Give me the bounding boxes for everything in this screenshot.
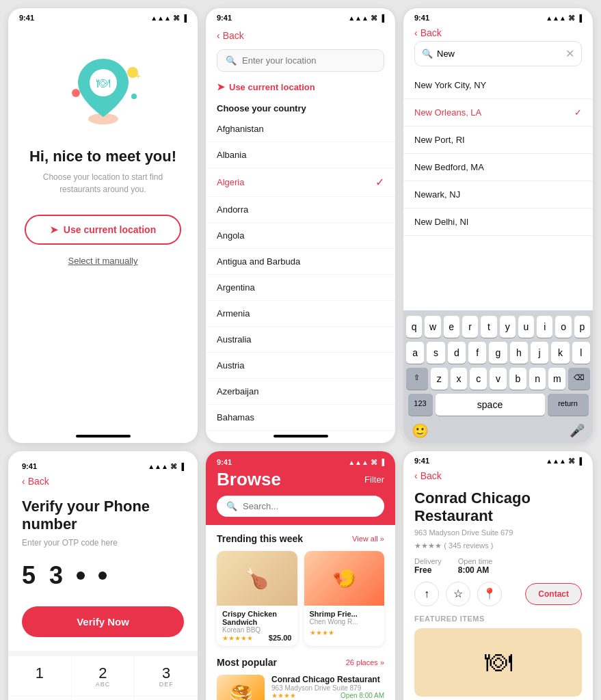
selected-check-icon-3: ✓ bbox=[574, 107, 582, 118]
key-x[interactable]: x bbox=[451, 368, 468, 390]
status-bar-1: 9:41 ▲▲▲ ⌘ ▐ bbox=[8, 8, 198, 25]
verify-now-button[interactable]: Verify Now bbox=[22, 606, 184, 637]
otp-digit-1: 5 bbox=[22, 561, 36, 590]
view-all-popular[interactable]: 26 places » bbox=[346, 658, 384, 667]
back-button-4[interactable]: ‹ Back bbox=[22, 476, 184, 487]
key-k[interactable]: k bbox=[551, 342, 569, 364]
list-item[interactable]: Australia bbox=[206, 327, 395, 353]
key-c[interactable]: c bbox=[470, 368, 487, 390]
reviews-count: ( 345 reviews ) bbox=[444, 541, 493, 550]
bookmark-button[interactable]: ☆ bbox=[446, 582, 470, 606]
key-l[interactable]: l bbox=[572, 342, 590, 364]
country-search-input[interactable] bbox=[242, 55, 375, 66]
list-item[interactable]: Antigua and Barbuda bbox=[206, 249, 395, 275]
popular-footer-1: ★★★★ Open 8:00 AM bbox=[271, 692, 384, 699]
key-shift[interactable]: ⇧ bbox=[406, 368, 428, 390]
key-m[interactable]: m bbox=[548, 368, 565, 390]
key-h[interactable]: h bbox=[510, 342, 528, 364]
key-o[interactable]: o bbox=[555, 316, 571, 338]
key-a[interactable]: a bbox=[406, 342, 424, 364]
list-item[interactable]: Angola bbox=[206, 223, 395, 249]
key-u[interactable]: u bbox=[518, 316, 534, 338]
key-t[interactable]: t bbox=[481, 316, 496, 338]
suggestion-item[interactable]: New Delhi, NI bbox=[403, 208, 593, 236]
share-button[interactable]: ↑ bbox=[414, 582, 439, 606]
list-item[interactable]: Albania bbox=[206, 142, 395, 168]
filter-button[interactable]: Filter bbox=[364, 474, 384, 485]
num-key-6[interactable]: 6MNO bbox=[135, 697, 198, 700]
list-item[interactable]: Armenia bbox=[206, 301, 395, 327]
key-q[interactable]: q bbox=[406, 316, 422, 338]
browse-search-input[interactable] bbox=[243, 501, 375, 511]
key-s[interactable]: s bbox=[427, 342, 444, 364]
card-footer-1: ★★★★★ $25.00 bbox=[222, 634, 292, 642]
trending-card-2[interactable]: 🍤 Shrimp Frie... Chen Wong R... ★★★★ bbox=[304, 551, 385, 646]
search-input-wrap[interactable]: 🔍 ✕ bbox=[414, 41, 582, 66]
popular-item-1[interactable]: 🥞 Conrad Chicago Restaurant 963 Madyson … bbox=[217, 675, 384, 700]
use-location-button[interactable]: ➤ Use current location bbox=[25, 215, 181, 245]
svg-text:+: + bbox=[135, 70, 141, 81]
use-location-2[interactable]: ➤ Use current location bbox=[206, 79, 395, 99]
country-top-bar: ‹ Back bbox=[206, 25, 395, 45]
search-input-3[interactable] bbox=[437, 49, 561, 59]
key-return[interactable]: return bbox=[548, 394, 589, 416]
home-indicator-2 bbox=[273, 435, 328, 438]
keyboard-row-4: 123 space return bbox=[406, 394, 590, 416]
trending-label: Trending this week bbox=[217, 533, 303, 544]
screen-search: 9:41 ▲▲▲ ⌘ ▐ ‹ Back 🔍 ✕ New York City, N… bbox=[403, 8, 593, 443]
list-item[interactable]: Afghanistan bbox=[206, 116, 395, 142]
browse-title-row: Browse Filter bbox=[217, 469, 384, 490]
list-item-selected[interactable]: Algeria ✓ bbox=[206, 168, 395, 197]
mic-icon[interactable]: 🎤 bbox=[570, 423, 585, 438]
key-p[interactable]: p bbox=[574, 316, 590, 338]
key-i[interactable]: i bbox=[537, 316, 552, 338]
view-all-trending[interactable]: View all » bbox=[352, 535, 384, 543]
location-button[interactable]: 📍 bbox=[477, 582, 502, 606]
home-indicator-1 bbox=[76, 435, 131, 438]
signal-icon-2: ▲▲▲ bbox=[348, 14, 369, 22]
key-r[interactable]: r bbox=[462, 316, 478, 338]
key-space[interactable]: space bbox=[436, 394, 545, 416]
suggestion-item[interactable]: New Port, RI bbox=[403, 126, 593, 154]
browse-search-box[interactable]: 🔍 bbox=[217, 496, 384, 517]
num-key-4[interactable]: 4GHI bbox=[8, 697, 71, 700]
select-manually-button[interactable]: Select it manually bbox=[68, 256, 138, 266]
num-key-5[interactable]: 5JKL bbox=[72, 697, 135, 700]
suggestion-item[interactable]: New York City, NY bbox=[403, 72, 593, 99]
back-button-3[interactable]: ‹ Back bbox=[414, 27, 582, 38]
list-item[interactable]: Argentina bbox=[206, 275, 395, 301]
suggestion-item-highlighted[interactable]: New Orleans, LA ✓ bbox=[403, 99, 593, 126]
key-e[interactable]: e bbox=[444, 316, 459, 338]
wifi-icon-6: ⌘ bbox=[568, 457, 575, 465]
trending-card-1[interactable]: 🍗 Crispy Chicken Sandwich Korean BBQ ★★★… bbox=[217, 551, 297, 646]
key-123[interactable]: 123 bbox=[408, 394, 433, 416]
clear-icon[interactable]: ✕ bbox=[565, 47, 574, 60]
list-item[interactable]: Andorra bbox=[206, 197, 395, 223]
country-search-box[interactable]: 🔍 bbox=[217, 49, 384, 72]
back-button-6[interactable]: ‹ Back bbox=[414, 470, 582, 481]
key-j[interactable]: j bbox=[531, 342, 548, 364]
key-f[interactable]: f bbox=[468, 342, 486, 364]
suggestion-item[interactable]: New Bedford, MA bbox=[403, 154, 593, 181]
key-g[interactable]: g bbox=[489, 342, 507, 364]
emoji-icon[interactable]: 🙂 bbox=[412, 422, 429, 439]
key-v[interactable]: v bbox=[490, 368, 507, 390]
keyboard-row-3: ⇧ z x c v b n m ⌫ bbox=[406, 368, 590, 390]
num-key-2[interactable]: 2ABC bbox=[72, 656, 135, 696]
key-y[interactable]: y bbox=[500, 316, 516, 338]
num-key-1[interactable]: 1 bbox=[8, 656, 71, 696]
key-b[interactable]: b bbox=[509, 368, 526, 390]
key-z[interactable]: z bbox=[431, 368, 448, 390]
list-item[interactable]: Azerbaijan bbox=[206, 379, 395, 405]
key-n[interactable]: n bbox=[529, 368, 546, 390]
suggestion-item[interactable]: Newark, NJ bbox=[403, 181, 593, 208]
key-w[interactable]: w bbox=[425, 316, 440, 338]
key-delete[interactable]: ⌫ bbox=[568, 368, 590, 390]
list-item[interactable]: Bahamas bbox=[206, 405, 395, 431]
num-key-3[interactable]: 3DEF bbox=[135, 656, 198, 696]
key-d[interactable]: d bbox=[448, 342, 466, 364]
contact-button[interactable]: Contact bbox=[525, 583, 582, 605]
list-item[interactable]: Austria bbox=[206, 353, 395, 379]
back-button-2[interactable]: ‹ Back bbox=[217, 30, 384, 41]
svg-point-4 bbox=[72, 89, 80, 97]
